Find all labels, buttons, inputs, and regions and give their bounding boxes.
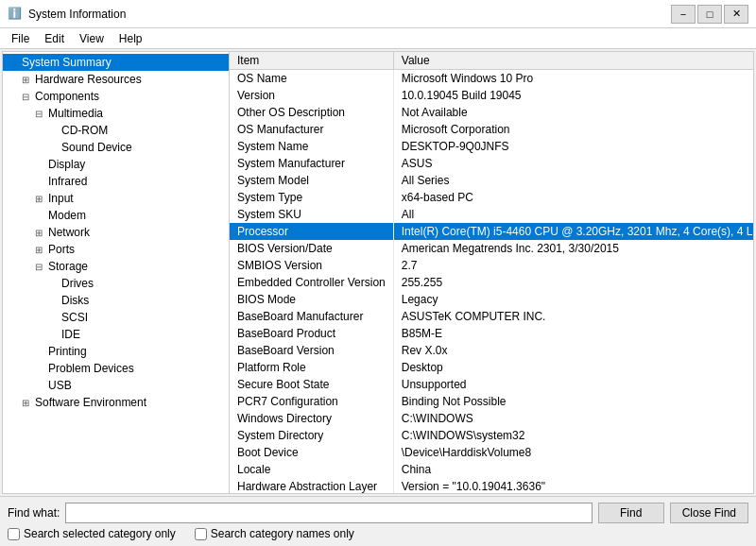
tree-item-hardware-resources[interactable]: ⊞Hardware Resources: [3, 71, 229, 88]
search-names-label[interactable]: Search category names only: [195, 527, 354, 540]
table-row[interactable]: BaseBoard VersionRev X.0x: [230, 342, 753, 359]
table-row[interactable]: Other OS DescriptionNot Available: [230, 104, 753, 121]
tree-label-disks: Disks: [60, 294, 89, 307]
tree-panel[interactable]: System Summary⊞Hardware Resources⊟Compon…: [3, 52, 230, 493]
table-row[interactable]: System ModelAll Series: [230, 172, 753, 189]
tree-expander-hardware-resources[interactable]: ⊞: [18, 75, 33, 85]
tree-expander-network[interactable]: ⊞: [31, 228, 46, 238]
tree-expander-ports[interactable]: ⊞: [31, 245, 46, 255]
main-content: System Summary⊞Hardware Resources⊟Compon…: [2, 51, 754, 494]
tree-item-input[interactable]: ⊞Input: [3, 190, 229, 207]
table-row[interactable]: OS ManufacturerMicrosoft Corporation: [230, 121, 753, 138]
cell-value: Version = "10.0.19041.3636": [393, 478, 753, 494]
cell-value: \Device\HarddiskVolume8: [393, 444, 753, 461]
cell-item: Locale: [230, 461, 393, 478]
tree-label-components: Components: [33, 90, 99, 103]
cell-value: C:\WINDOWS: [393, 410, 753, 427]
close-find-button[interactable]: Close Find: [670, 503, 748, 523]
menu-item-view[interactable]: View: [72, 30, 112, 47]
detail-panel[interactable]: Item Value OS NameMicrosoft Windows 10 P…: [230, 52, 753, 493]
cell-item: System Type: [230, 189, 393, 206]
table-row[interactable]: Version10.0.19045 Build 19045: [230, 87, 753, 104]
tree-expander-input[interactable]: ⊞: [31, 194, 46, 204]
tree-item-display[interactable]: Display: [3, 156, 229, 173]
title-bar: ℹ️ System Information − □ ✕: [0, 0, 756, 28]
find-button[interactable]: Find: [598, 503, 664, 523]
maximize-button[interactable]: □: [697, 5, 722, 24]
table-row[interactable]: System NameDESKTOP-9Q0JNFS: [230, 138, 753, 155]
cell-value: Desktop: [393, 359, 753, 376]
table-row[interactable]: System ManufacturerASUS: [230, 155, 753, 172]
cell-value: Not Available: [393, 104, 753, 121]
cell-item: OS Name: [230, 70, 393, 87]
cell-item: Hardware Abstraction Layer: [230, 478, 393, 494]
minimize-button[interactable]: −: [671, 5, 696, 24]
tree-item-scsi[interactable]: SCSI: [3, 309, 229, 326]
tree-label-network: Network: [46, 226, 90, 239]
tree-item-components[interactable]: ⊟Components: [3, 88, 229, 105]
tree-item-drives[interactable]: Drives: [3, 275, 229, 292]
tree-item-ide[interactable]: IDE: [3, 326, 229, 343]
tree-item-storage[interactable]: ⊟Storage: [3, 258, 229, 275]
search-names-checkbox[interactable]: [195, 528, 207, 540]
tree-item-cd-rom[interactable]: CD-ROM: [3, 122, 229, 139]
tree-expander-components[interactable]: ⊟: [18, 92, 33, 102]
table-row[interactable]: System SKUAll: [230, 206, 753, 223]
tree-item-ports[interactable]: ⊞Ports: [3, 241, 229, 258]
cell-item: Processor: [230, 223, 393, 240]
menu-item-file[interactable]: File: [4, 30, 37, 47]
tree-label-modem: Modem: [46, 209, 86, 222]
tree-label-multimedia: Multimedia: [46, 107, 103, 120]
close-button[interactable]: ✕: [724, 5, 748, 24]
table-row[interactable]: Embedded Controller Version255.255: [230, 274, 753, 291]
cell-item: BIOS Mode: [230, 291, 393, 308]
cell-item: System Directory: [230, 427, 393, 444]
tree-item-problem-devices[interactable]: Problem Devices: [3, 360, 229, 377]
tree-item-infrared[interactable]: Infrared: [3, 173, 229, 190]
table-row[interactable]: OS NameMicrosoft Windows 10 Pro: [230, 70, 753, 87]
cell-value: DESKTOP-9Q0JNFS: [393, 138, 753, 155]
menu-item-edit[interactable]: Edit: [37, 30, 72, 47]
tree-expander-storage[interactable]: ⊟: [31, 262, 46, 272]
table-row[interactable]: PCR7 ConfigurationBinding Not Possible: [230, 393, 753, 410]
tree-expander-multimedia[interactable]: ⊟: [31, 109, 46, 119]
search-input[interactable]: [65, 503, 592, 523]
tree-item-sound-device[interactable]: Sound Device: [3, 139, 229, 156]
table-row[interactable]: System DirectoryC:\WINDOWS\system32: [230, 427, 753, 444]
cell-item: Platform Role: [230, 359, 393, 376]
tree-expander-software-environment[interactable]: ⊞: [18, 398, 33, 408]
table-row[interactable]: BIOS ModeLegacy: [230, 291, 753, 308]
table-row[interactable]: Secure Boot StateUnsupported: [230, 376, 753, 393]
tree-item-usb[interactable]: USB: [3, 377, 229, 394]
cell-value: ASUS: [393, 155, 753, 172]
tree-label-display: Display: [46, 158, 85, 171]
table-row[interactable]: BIOS Version/DateAmerican Megatrends Inc…: [230, 240, 753, 257]
tree-label-ports: Ports: [46, 243, 75, 256]
table-row[interactable]: BaseBoard ManufacturerASUSTeK COMPUTER I…: [230, 308, 753, 325]
table-row[interactable]: LocaleChina: [230, 461, 753, 478]
table-row[interactable]: SMBIOS Version2.7: [230, 257, 753, 274]
tree-item-disks[interactable]: Disks: [3, 292, 229, 309]
tree-label-infrared: Infrared: [46, 175, 87, 188]
search-selected-checkbox[interactable]: [8, 528, 20, 540]
cell-item: BaseBoard Product: [230, 325, 393, 342]
tree-item-system-summary[interactable]: System Summary: [3, 54, 229, 71]
tree-item-software-environment[interactable]: ⊞Software Environment: [3, 394, 229, 411]
table-row[interactable]: Hardware Abstraction LayerVersion = "10.…: [230, 478, 753, 494]
tree-item-network[interactable]: ⊞Network: [3, 224, 229, 241]
table-row[interactable]: Platform RoleDesktop: [230, 359, 753, 376]
table-header-row: Item Value: [230, 52, 753, 70]
search-selected-label[interactable]: Search selected category only: [8, 527, 176, 540]
table-row[interactable]: System Typex64-based PC: [230, 189, 753, 206]
tree-item-multimedia[interactable]: ⊟Multimedia: [3, 105, 229, 122]
menu-item-help[interactable]: Help: [112, 30, 150, 47]
cell-item: Version: [230, 87, 393, 104]
cell-value: Intel(R) Core(TM) i5-4460 CPU @ 3.20GHz,…: [393, 223, 753, 240]
tree-item-printing[interactable]: Printing: [3, 343, 229, 360]
table-row[interactable]: BaseBoard ProductB85M-E: [230, 325, 753, 342]
cell-item: OS Manufacturer: [230, 121, 393, 138]
table-row[interactable]: Boot Device\Device\HarddiskVolume8: [230, 444, 753, 461]
table-row[interactable]: ProcessorIntel(R) Core(TM) i5-4460 CPU @…: [230, 223, 753, 240]
tree-item-modem[interactable]: Modem: [3, 207, 229, 224]
table-row[interactable]: Windows DirectoryC:\WINDOWS: [230, 410, 753, 427]
